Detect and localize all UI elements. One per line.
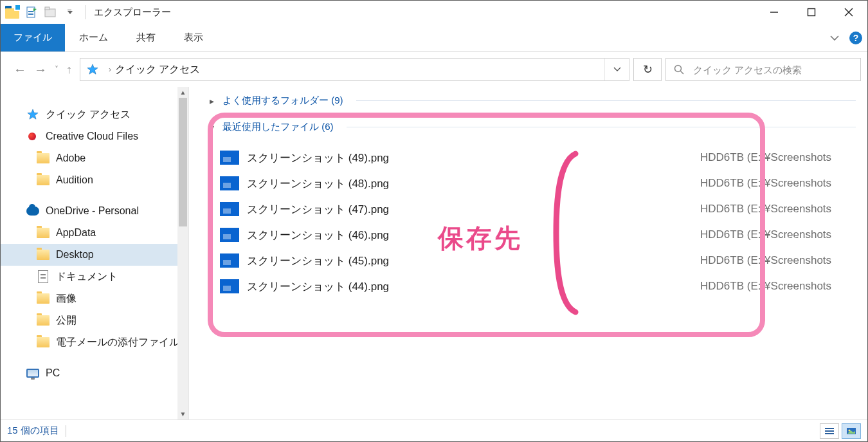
sidebar-item-label: Desktop	[56, 249, 94, 261]
list-item[interactable]: スクリーンショット (49).pngHDD6TB (E:)¥Screenshot…	[189, 145, 867, 170]
group-recent-files[interactable]: ▾ 最近使用したファイル (6)	[189, 118, 867, 137]
pc-icon	[26, 369, 39, 378]
qat-customize-button[interactable]	[62, 5, 78, 20]
file-name: スクリーンショット (46).png	[247, 228, 523, 243]
list-item[interactable]: スクリーンショット (46).pngHDD6TB (E:)¥Screenshot…	[189, 222, 867, 248]
file-path: HDD6TB (E:)¥Screenshots	[700, 177, 831, 190]
folder-icon	[37, 175, 50, 185]
sidebar-item-audition[interactable]: Audition	[1, 169, 188, 191]
breadcrumb-sep-icon: ›	[105, 65, 115, 74]
file-name: スクリーンショット (49).png	[247, 151, 523, 165]
title-divider	[86, 5, 86, 19]
qat-newfolder-button[interactable]	[43, 5, 59, 20]
svg-point-10	[675, 66, 682, 72]
scroll-down-icon[interactable]: ▼	[177, 409, 188, 419]
sidebar-item-adobe[interactable]: Adobe	[1, 147, 188, 169]
list-item[interactable]: スクリーンショット (48).pngHDD6TB (E:)¥Screenshot…	[189, 170, 867, 196]
creative-cloud-icon	[26, 131, 39, 142]
title-bar: エクスプローラー	[1, 1, 867, 24]
breadcrumb-quick-access[interactable]: クイック アクセス	[115, 63, 200, 77]
maximize-button[interactable]	[793, 1, 830, 24]
sidebar-item-label: Adobe	[56, 152, 86, 164]
status-item-count: 15 個の項目	[7, 425, 59, 437]
folder-icon	[37, 293, 50, 304]
nav-forward-button[interactable]: →	[34, 63, 47, 76]
svg-rect-2	[28, 14, 33, 15]
list-item[interactable]: スクリーンショット (45).pngHDD6TB (E:)¥Screenshot…	[189, 248, 867, 273]
close-button[interactable]	[830, 1, 867, 24]
nav-tree: クイック アクセスCreative Cloud FilesAdobeAuditi…	[1, 87, 189, 419]
tab-home[interactable]: ホーム	[65, 24, 122, 51]
image-file-icon	[220, 151, 239, 165]
file-name: スクリーンショット (48).png	[247, 176, 523, 191]
svg-rect-4	[45, 7, 50, 10]
sidebar-scrollbar[interactable]: ▲ ▼	[177, 87, 188, 419]
folder-icon	[37, 315, 50, 326]
sidebar-item-public[interactable]: 公開	[1, 309, 188, 331]
folder-icon	[37, 228, 50, 238]
scroll-up-icon[interactable]: ▲	[177, 87, 188, 98]
sidebar-item-label: Creative Cloud Files	[46, 131, 138, 142]
sidebar-item-desktop[interactable]: Desktop	[1, 244, 188, 266]
group-recent-label: 最近使用したファイル (6)	[222, 121, 334, 133]
tab-file[interactable]: ファイル	[1, 24, 65, 51]
status-divider	[66, 425, 66, 437]
nav-up-button[interactable]: ↑	[66, 63, 72, 77]
address-bar[interactable]: › クイック アクセス	[80, 58, 629, 81]
svg-rect-1	[28, 11, 33, 12]
list-item[interactable]: スクリーンショット (47).pngHDD6TB (E:)¥Screenshot…	[189, 196, 867, 222]
view-details-button[interactable]	[820, 423, 839, 439]
image-file-icon	[220, 253, 239, 268]
file-path: HDD6TB (E:)¥Screenshots	[700, 254, 831, 267]
folder-icon	[37, 153, 50, 163]
group-frequent-label: よく使用するフォルダー (9)	[222, 95, 343, 107]
svg-rect-3	[45, 9, 55, 17]
image-file-icon	[220, 202, 239, 216]
sidebar-item-label: 公開	[56, 314, 77, 327]
sidebar-item-email-attach[interactable]: 電子メールの添付ファイル	[1, 331, 188, 353]
help-button[interactable]: ?	[849, 32, 862, 44]
ribbon-expand-button[interactable]	[829, 32, 840, 44]
refresh-button[interactable]: ↻	[633, 58, 662, 81]
minimize-button[interactable]	[755, 1, 793, 24]
sidebar-item-label: OneDrive - Personal	[46, 205, 139, 217]
nav-back-button[interactable]: ←	[14, 63, 26, 76]
chevron-down-icon: ▾	[207, 122, 216, 133]
list-item[interactable]: スクリーンショット (44).pngHDD6TB (E:)¥Screenshot…	[189, 273, 867, 299]
ribbon: ファイル ホーム 共有 表示 ?	[1, 24, 867, 52]
address-dropdown-button[interactable]	[604, 59, 629, 80]
file-name: スクリーンショット (45).png	[247, 253, 523, 268]
file-path: HDD6TB (E:)¥Screenshots	[700, 280, 831, 293]
search-input[interactable]	[692, 64, 860, 76]
sidebar-item-label: PC	[46, 367, 60, 379]
sidebar-item-onedrive[interactable]: OneDrive - Personal	[1, 200, 188, 222]
nav-row: ← → ˅ ↑ › クイック アクセス ↻	[1, 52, 867, 87]
sidebar-item-creative-cloud[interactable]: Creative Cloud Files	[1, 125, 188, 147]
sidebar-item-quick-access[interactable]: クイック アクセス	[1, 104, 188, 125]
qat-properties-button[interactable]	[24, 5, 39, 20]
tab-share[interactable]: 共有	[122, 24, 170, 51]
file-path: HDD6TB (E:)¥Screenshots	[700, 203, 831, 216]
window-title: エクスプローラー	[90, 6, 171, 19]
scroll-thumb[interactable]	[179, 98, 187, 226]
sidebar-item-label: Audition	[56, 174, 93, 186]
star-icon	[27, 109, 39, 120]
file-path: HDD6TB (E:)¥Screenshots	[700, 228, 831, 241]
sidebar-item-pictures[interactable]: 画像	[1, 288, 188, 309]
nav-recent-button[interactable]: ˅	[55, 65, 59, 74]
sidebar-item-appdata[interactable]: AppData	[1, 222, 188, 244]
chevron-right-icon: ▸	[207, 96, 216, 106]
view-large-icons-button[interactable]	[842, 423, 861, 439]
search-box[interactable]	[665, 58, 861, 81]
file-path: HDD6TB (E:)¥Screenshots	[700, 151, 831, 164]
tab-view[interactable]: 表示	[170, 24, 217, 51]
sidebar-item-pc[interactable]: PC	[1, 362, 188, 384]
quick-access-icon	[87, 64, 98, 75]
group-frequent-folders[interactable]: ▸ よく使用するフォルダー (9)	[189, 92, 867, 111]
svg-marker-12	[28, 109, 38, 119]
svg-rect-6	[808, 9, 815, 16]
sidebar-item-documents[interactable]: ドキュメント	[1, 266, 188, 288]
sidebar-item-label: クイック アクセス	[46, 108, 131, 122]
image-file-icon	[220, 279, 239, 293]
svg-line-11	[681, 71, 684, 75]
